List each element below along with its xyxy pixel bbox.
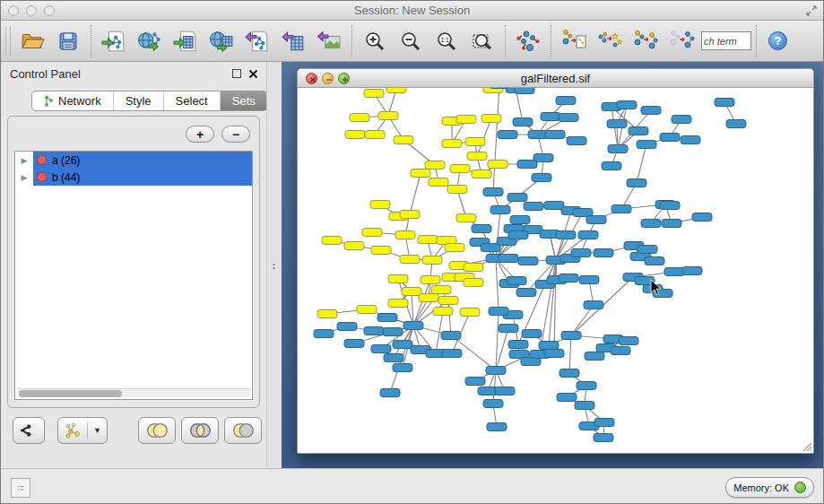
graph-node[interactable] (322, 237, 342, 245)
tab-network[interactable]: Network (32, 91, 114, 110)
graph-node[interactable] (464, 264, 483, 272)
set-row[interactable]: ▶ b (44) (15, 169, 252, 186)
graph-node[interactable] (567, 137, 586, 145)
graph-node[interactable] (456, 214, 476, 222)
save-session-button[interactable] (50, 23, 86, 59)
graph-node[interactable] (371, 247, 391, 255)
graph-node[interactable] (561, 332, 581, 340)
graph-node[interactable] (344, 340, 364, 348)
graph-node[interactable] (419, 294, 438, 302)
graph-node[interactable] (499, 255, 518, 263)
graph-node[interactable] (362, 229, 382, 237)
graph-node[interactable] (617, 101, 637, 109)
graph-node[interactable] (465, 378, 485, 386)
graph-node[interactable] (516, 289, 536, 297)
import-network-file-button[interactable] (96, 23, 132, 59)
zoom-in-button[interactable] (357, 23, 393, 59)
graph-node[interactable] (467, 152, 487, 161)
network-graph[interactable] (298, 88, 813, 453)
export-network-button[interactable] (239, 23, 275, 59)
graph-node[interactable] (498, 131, 517, 139)
scrollbar-thumb[interactable] (19, 390, 122, 397)
graph-node[interactable] (460, 308, 480, 317)
graph-node[interactable] (481, 115, 501, 123)
graph-node[interactable] (522, 330, 542, 338)
graph-node[interactable] (508, 231, 528, 239)
graph-node[interactable] (645, 257, 664, 265)
graph-node[interactable] (559, 369, 579, 378)
expand-arrow-icon[interactable]: ▶ (15, 173, 33, 182)
title-bar[interactable]: Session: New Session (1, 1, 823, 21)
graph-node[interactable] (607, 120, 627, 128)
graph-node[interactable] (490, 206, 510, 214)
import-network-url-button[interactable] (132, 23, 168, 59)
new-network-from-selection-button[interactable] (556, 23, 592, 59)
graph-node[interactable] (579, 276, 599, 284)
graph-node[interactable] (611, 205, 631, 213)
graph-node[interactable] (602, 162, 621, 170)
graph-node[interactable] (559, 274, 578, 282)
graph-node[interactable] (400, 211, 420, 219)
export-table-button[interactable] (275, 23, 311, 59)
graph-node[interactable] (403, 322, 423, 330)
graph-node[interactable] (488, 161, 507, 169)
graph-node[interactable] (429, 178, 448, 187)
graph-node[interactable] (445, 244, 464, 252)
graph-node[interactable] (345, 131, 365, 139)
graph-node[interactable] (425, 161, 445, 169)
task-history-button[interactable] (11, 478, 30, 498)
graph-node[interactable] (517, 161, 537, 169)
graph-node[interactable] (524, 203, 543, 211)
graph-node[interactable] (411, 169, 430, 178)
sets-list[interactable]: ▶ a (26) ▶ b (44) (14, 151, 253, 400)
import-table-file-button[interactable] (168, 23, 204, 59)
graph-node[interactable] (556, 231, 576, 239)
graph-node[interactable] (660, 134, 680, 142)
graph-node[interactable] (513, 118, 533, 126)
graph-node[interactable] (388, 275, 408, 283)
network-canvas[interactable] (298, 88, 813, 453)
graph-node[interactable] (638, 246, 657, 254)
graph-node[interactable] (507, 194, 527, 202)
show-all-button[interactable] (664, 23, 699, 59)
add-set-button[interactable]: + (186, 126, 214, 143)
graph-node[interactable] (664, 268, 684, 276)
graph-node[interactable] (388, 300, 408, 308)
graph-node[interactable] (629, 127, 648, 135)
graph-node[interactable] (384, 354, 403, 362)
graph-node[interactable] (594, 249, 613, 257)
expand-arrow-icon[interactable]: ▶ (15, 156, 33, 165)
graph-node[interactable] (499, 325, 518, 333)
network-frame[interactable]: galFiltered.sif (297, 68, 814, 454)
graph-node[interactable] (660, 202, 680, 210)
graph-node[interactable] (344, 242, 364, 250)
graph-node[interactable] (472, 225, 491, 233)
graph-node[interactable] (641, 220, 661, 228)
graph-node[interactable] (357, 306, 377, 314)
graph-node[interactable] (682, 267, 702, 275)
zoom-selected-button[interactable] (464, 23, 500, 59)
tab-style[interactable]: Style (114, 91, 164, 110)
graph-node[interactable] (619, 337, 638, 345)
export-image-button[interactable] (311, 23, 347, 59)
graph-node[interactable] (608, 145, 628, 153)
graph-node[interactable] (472, 170, 491, 178)
graph-node[interactable] (317, 310, 337, 318)
set-row[interactable]: ▶ a (26) (15, 152, 252, 169)
graph-node[interactable] (378, 112, 398, 120)
help-button[interactable]: ? (768, 31, 787, 50)
graph-node[interactable] (584, 301, 603, 309)
import-table-url-button[interactable] (204, 23, 239, 59)
graph-node[interactable] (556, 97, 576, 105)
zoom-actual-size-button[interactable]: 1:1 (429, 23, 464, 59)
graph-node[interactable] (575, 402, 594, 410)
graph-node[interactable] (314, 330, 334, 338)
graph-node[interactable] (594, 434, 613, 442)
graph-node[interactable] (350, 114, 369, 122)
graph-node[interactable] (431, 286, 451, 294)
graph-node[interactable] (541, 113, 560, 121)
network-frame-titlebar[interactable]: galFiltered.sif (298, 69, 813, 88)
graph-node[interactable] (507, 277, 526, 285)
graph-node[interactable] (611, 347, 630, 355)
graph-node[interactable] (438, 297, 458, 305)
